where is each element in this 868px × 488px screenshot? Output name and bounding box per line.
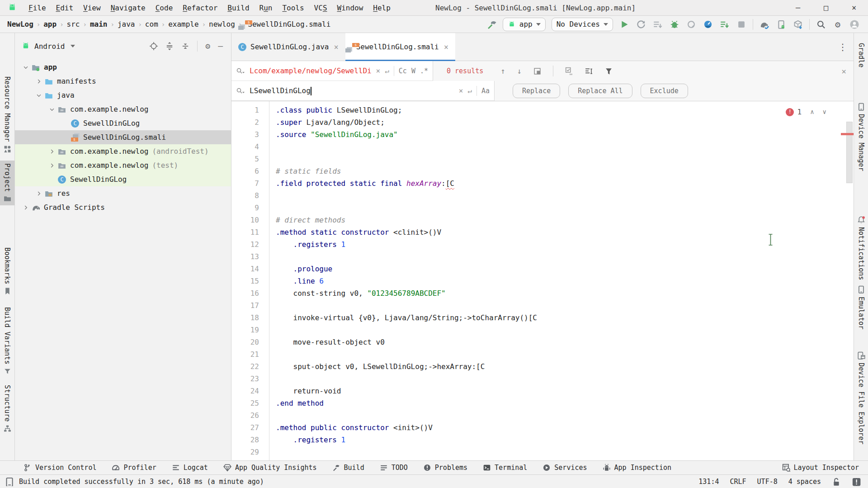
chevron-right-icon[interactable] xyxy=(47,148,57,155)
toolwindow-services[interactable]: Services xyxy=(542,464,587,472)
tree-row[interactable]: manifests xyxy=(15,74,231,88)
file-encoding[interactable]: UTF-8 xyxy=(757,478,778,486)
chevron-right-icon[interactable] xyxy=(33,190,44,197)
menu-item-help[interactable]: Help xyxy=(368,0,396,15)
toolwindow-layout-inspector[interactable]: Layout Inspector xyxy=(782,464,859,472)
minimize-button[interactable]: — xyxy=(784,3,812,12)
apply-changes-icon[interactable] xyxy=(652,19,663,30)
stripe-item-build-variants[interactable]: Build Variants xyxy=(0,304,14,378)
words-toggle[interactable]: W xyxy=(411,67,415,75)
newline-icon[interactable]: ↵ xyxy=(467,86,472,95)
previous-error-icon[interactable]: ∧ xyxy=(810,106,814,118)
breadcrumb-item[interactable]: java xyxy=(118,20,135,28)
device-mirror-icon[interactable] xyxy=(776,19,787,30)
code-area[interactable]: .class public LSewellDinGLog;.super Ljav… xyxy=(269,101,854,460)
replace-button[interactable]: Replace xyxy=(513,84,560,98)
replace-input[interactable]: LSewellDinGLog × ↵ Aa xyxy=(231,81,495,101)
search-in-selection-icon[interactable] xyxy=(565,67,573,75)
tree-row[interactable]: com.example.newlog(androidTest) xyxy=(15,144,231,158)
apply-code-changes-icon[interactable] xyxy=(719,19,730,30)
avatar-icon[interactable] xyxy=(849,19,860,30)
menu-item-tools[interactable]: Tools xyxy=(277,0,309,15)
breadcrumb-file[interactable]: sSewellDinGLog.smali xyxy=(245,20,330,28)
hide-panel-icon[interactable]: — xyxy=(218,42,223,50)
build-hammer-icon[interactable] xyxy=(486,19,497,30)
run-config-combo[interactable]: app xyxy=(503,18,546,31)
chevron-right-icon[interactable] xyxy=(47,162,57,169)
toolwindow-build[interactable]: Build xyxy=(332,464,364,472)
tree-row[interactable]: com.example.newlog xyxy=(15,102,231,116)
tree-row[interactable]: sSewellDinGLog.smali xyxy=(15,130,231,144)
tree-row[interactable]: com.example.newlog(test) xyxy=(15,158,231,172)
stripe-item-project[interactable]: Project xyxy=(0,161,14,205)
chevron-down-icon[interactable] xyxy=(47,106,57,113)
stripe-item-device-manager[interactable]: Device Manager xyxy=(854,100,868,174)
tab-sewelldinglog.java[interactable]: CSewellDinGLog.java× xyxy=(231,33,345,61)
line-ending[interactable]: CRLF xyxy=(730,478,746,486)
next-occurrence-icon[interactable]: ↓ xyxy=(517,66,522,76)
tree-row[interactable]: app xyxy=(15,60,231,74)
replace-all-button[interactable]: Replace All xyxy=(568,84,632,98)
breadcrumb-item[interactable]: com xyxy=(145,20,158,28)
editor-scrollbar[interactable] xyxy=(846,122,853,183)
clear-search-icon[interactable]: × xyxy=(376,66,381,75)
locate-file-icon[interactable] xyxy=(150,42,158,50)
stripe-item-device-file-explorer[interactable]: Device File Explorer xyxy=(854,349,868,447)
tree-row[interactable]: res xyxy=(15,186,231,200)
chevron-down-icon[interactable] xyxy=(20,64,31,71)
close-button[interactable]: × xyxy=(840,3,868,12)
toolwindow-version-control[interactable]: Version Control xyxy=(24,464,96,472)
breadcrumb-item[interactable]: main xyxy=(90,20,108,28)
toolwindow-problems[interactable]: Problems xyxy=(423,464,467,472)
newline-icon[interactable]: ↵ xyxy=(385,66,389,75)
chevron-down-icon[interactable] xyxy=(71,45,75,47)
search-input[interactable]: Lcom/example/newlog/SewellDinGLog × ↵ Cc… xyxy=(231,61,433,81)
menu-item-file[interactable]: File xyxy=(24,0,51,15)
stripe-item-emulator[interactable]: Emulator xyxy=(854,283,868,332)
device-combo[interactable]: No Devices xyxy=(552,18,613,31)
menu-item-code[interactable]: Code xyxy=(151,0,178,15)
breadcrumb-item[interactable]: newlog xyxy=(209,20,235,28)
breadcrumb-item[interactable]: example xyxy=(168,20,198,28)
restart-activity-icon[interactable] xyxy=(636,19,646,30)
chevron-down-icon[interactable] xyxy=(33,92,44,99)
clear-replace-icon[interactable]: × xyxy=(459,86,463,95)
tree-row[interactable]: CSewellDinGLog xyxy=(15,172,231,186)
close-tab-icon[interactable]: × xyxy=(444,43,448,52)
breadcrumb-item[interactable]: app xyxy=(43,20,57,28)
attach-profiler-icon[interactable] xyxy=(686,19,697,30)
menu-item-run[interactable]: Run xyxy=(255,0,278,15)
menu-item-build[interactable]: Build xyxy=(222,0,254,15)
regex-toggle[interactable]: .* xyxy=(420,67,428,75)
menu-item-edit[interactable]: Edit xyxy=(51,0,79,15)
toolwindow-app-inspection[interactable]: App Inspection xyxy=(603,464,671,472)
search-field-options-icon[interactable] xyxy=(585,67,593,75)
caret-position[interactable]: 131:4 xyxy=(698,478,719,486)
stripe-item-bookmarks[interactable]: Bookmarks xyxy=(0,245,14,298)
project-view-selector[interactable]: Android xyxy=(34,42,65,51)
sync-gradle-icon[interactable] xyxy=(759,19,770,30)
menu-item-refactor[interactable]: Refactor xyxy=(178,0,222,15)
tree-row[interactable]: java xyxy=(15,88,231,102)
menu-item-view[interactable]: View xyxy=(78,0,106,15)
close-tab-icon[interactable]: × xyxy=(334,43,338,52)
exclude-button[interactable]: Exclude xyxy=(641,84,688,98)
tree-row[interactable]: Gradle Scripts xyxy=(15,200,231,214)
breadcrumb-item[interactable]: src xyxy=(67,20,80,28)
lock-icon[interactable] xyxy=(832,477,841,486)
menu-item-navigate[interactable]: Navigate xyxy=(106,0,151,15)
next-error-icon[interactable]: ∨ xyxy=(823,106,826,118)
tab-sewelldinglog.smali[interactable]: sSewellDinGLog.smali× xyxy=(345,33,455,61)
debug-icon[interactable] xyxy=(669,19,680,30)
toolwindow-logcat[interactable]: Logcat xyxy=(172,464,208,472)
menu-item-vcs[interactable]: VCS xyxy=(309,0,332,15)
select-all-occurrences-icon[interactable] xyxy=(533,67,541,75)
maximize-button[interactable]: □ xyxy=(812,3,840,12)
toolwindow-profiler[interactable]: Profiler xyxy=(112,464,156,472)
tree-row[interactable]: CSewellDinGLog xyxy=(15,116,231,130)
toolwindow-terminal[interactable]: Terminal xyxy=(483,464,527,472)
profiler-icon[interactable] xyxy=(703,19,713,30)
settings-icon[interactable]: ⚙ xyxy=(832,19,843,30)
stop-icon[interactable] xyxy=(736,19,747,30)
stripe-item-gradle[interactable]: Gradle xyxy=(854,40,868,70)
